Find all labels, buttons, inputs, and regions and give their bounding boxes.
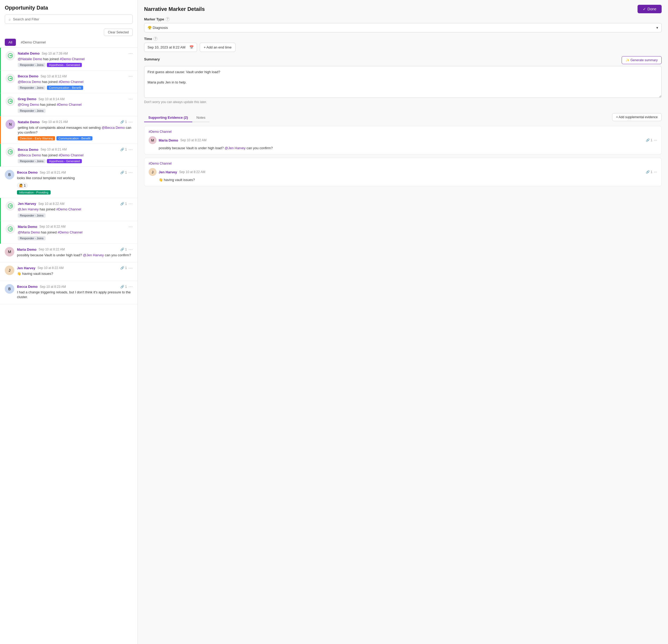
join-icon [7,76,13,81]
message-menu-button[interactable]: ⋯ [128,266,133,271]
search-bar[interactable]: ⌕ Search and Filter [5,15,133,24]
evidence-header: J Jen Harvey Sep 10 at 8:22 AM 🔗 1 ⋯ [149,168,657,176]
message-menu-button[interactable]: ⋯ [128,51,133,56]
list-item[interactable]: N Natalie Demo Sep 10 at 8:21 AM 🔗 1 ⋯ g… [0,116,137,144]
message-text: @Greg Demo has joined #Demo Channel [18,102,133,107]
list-item[interactable]: Becca Demo Sep 10 at 8:21 AM 🔗 1 ⋯ @Becc… [0,144,137,167]
generate-summary-button[interactable]: ✨ Generate summary [622,56,662,64]
message-header: Jen Harvey Sep 10 at 8:22 AM 🔗 1 ⋯ [18,201,133,206]
message-menu-button[interactable]: ⋯ [128,201,133,206]
tags-row: Responder - Joins Hypothesis - Generated [18,159,133,163]
user-name: Jen Harvey [18,202,36,206]
link-count: 🔗 1 [120,266,127,270]
page-title: Opportunity Data [5,5,133,11]
message-header: Maria Demo Sep 10 at 8:22 AM 🔗 1 ⋯ [17,247,133,252]
message-time: Sep 10 at 8:22 AM [39,248,65,251]
summary-label: Summary [144,57,160,61]
tags-row: Responder - Joins [18,236,133,240]
messages-list: Natalie Demo Sep 10 at 7:39 AM ⋯ @Natali… [0,48,137,644]
right-panel: Narrative Marker Details ✓ Done Marker T… [138,0,668,644]
help-icon[interactable]: ? [166,17,170,21]
user-name: Jen Harvey [159,170,177,174]
responder-icon [5,224,15,234]
evidence-time: Sep 10 at 8:22 AM [179,170,205,174]
evidence-card: #Demo Channel M Maria Demo Sep 10 at 8:2… [144,126,662,154]
responder-icon [5,51,15,60]
tab-supporting-evidence[interactable]: Supporting Evidence (2) [144,114,192,122]
list-item[interactable]: B Becca Demo Sep 10 at 8:23 AM 🔗 1 ⋯ I h… [0,281,137,304]
message-time: Sep 10 at 8:23 AM [40,285,66,289]
search-icon: ⌕ [9,17,11,21]
clear-selected-button[interactable]: Clear Selected [104,29,133,36]
evidence-menu-button[interactable]: ⋯ [654,170,657,174]
user-name: Natalie Demo [18,51,40,55]
tag: Responder - Joins [18,159,46,163]
done-label: Done [648,7,656,11]
summary-header: Summary ✨ Generate summary [144,56,662,64]
message-header: Becca Demo Sep 10 at 8:21 AM 🔗 1 ⋯ [17,170,133,175]
user-name: Becca Demo [17,285,37,289]
summary-textarea[interactable]: First guess about cause: Vault under hig… [144,66,662,98]
message-menu-button[interactable]: ⋯ [128,74,133,79]
panel-title: Narrative Marker Details [144,6,205,12]
done-button[interactable]: ✓ Done [638,5,662,13]
user-name: Becca Demo [18,148,39,152]
evidence-card: #Demo Channel J Jen Harvey Sep 10 at 8:2… [144,158,662,186]
message-content: Natalie Demo Sep 10 at 8:21 AM 🔗 1 ⋯ get… [18,120,133,140]
message-time: Sep 10 at 8:22 AM [40,225,66,228]
message-header: Natalie Demo Sep 10 at 8:21 AM 🔗 1 ⋯ [18,120,133,124]
avatar: B [5,170,14,179]
evidence-text: possibly because Vault is under high loa… [159,146,657,151]
evidence-menu-button[interactable]: ⋯ [654,138,657,142]
help-icon[interactable]: ? [153,36,157,41]
list-item[interactable]: Natalie Demo Sep 10 at 7:39 AM ⋯ @Natali… [0,48,137,71]
message-menu-button[interactable]: ⋯ [128,170,133,175]
message-text: looks like consul template not working [17,176,133,180]
list-item[interactable]: Maria Demo Sep 10 at 8:22 AM ⋯ @Maria De… [0,221,137,244]
evidence-tabs: Supporting Evidence (2) Notes [144,114,210,122]
tags-row: Responder - Joins [18,109,133,113]
add-end-time-button[interactable]: + Add an end time [200,43,236,52]
evidence-user: J Jen Harvey Sep 10 at 8:22 AM [149,168,205,176]
user-name: Jen Harvey [17,266,35,270]
avatar: N [5,120,15,129]
join-icon [7,203,13,209]
list-item[interactable]: B Becca Demo Sep 10 at 8:21 AM 🔗 1 ⋯ loo… [0,167,137,198]
message-text: 👋 having vault issues? [17,271,133,276]
message-text: @Jen Harvey has joined #Demo Channel [18,207,133,212]
message-menu-button[interactable]: ⋯ [128,224,133,229]
add-evidence-button[interactable]: + Add supplemental evidence [612,113,662,121]
responder-icon [5,147,15,156]
list-item[interactable]: Becca Demo Sep 10 at 8:12 AM ⋯ @Becca De… [0,71,137,93]
tab-all[interactable]: All [5,39,16,46]
user-name: Natalie Demo [18,120,40,124]
avatar: J [5,266,14,275]
user-name: Maria Demo [159,138,178,142]
tag: Hypothesis - Generated [47,63,82,67]
message-menu-button[interactable]: ⋯ [128,147,133,152]
message-menu-button[interactable]: ⋯ [128,284,133,289]
responder-icon [5,96,15,106]
list-item[interactable]: Greg Demo Sep 10 at 8:14 AM ⋯ @Greg Demo… [0,93,137,116]
message-menu-button[interactable]: ⋯ [128,120,133,124]
join-icon [7,98,13,104]
tab-notes[interactable]: Notes [192,114,210,122]
message-time: Sep 10 at 8:21 AM [41,148,67,151]
link-count: 🔗 1 [120,202,127,206]
tag: Responder - Joins [18,109,46,113]
time-input[interactable]: Sep 10, 2023 at 8:22 AM 📅 [144,43,197,52]
tab-demo-channel[interactable]: #Demo Channel [17,39,49,46]
list-item[interactable]: M Maria Demo Sep 10 at 8:22 AM 🔗 1 ⋯ pos… [0,244,137,263]
evidence-channel: #Demo Channel [149,130,657,134]
tag: Information - Providing [17,190,50,195]
link-count: 🔗 1 [120,148,127,151]
list-item[interactable]: J Jen Harvey Sep 10 at 8:22 AM 🔗 1 ⋯ 👋 h… [0,263,137,281]
emoji-reaction[interactable]: 🙋 1 [17,183,28,188]
tags-row: Responder - Joins Hypothesis - Generated [18,63,133,67]
message-menu-button[interactable]: ⋯ [128,247,133,252]
message-menu-button[interactable]: ⋯ [128,96,133,102]
left-panel-header: Opportunity Data ⌕ Search and Filter [0,0,137,27]
list-item[interactable]: Jen Harvey Sep 10 at 8:22 AM 🔗 1 ⋯ @Jen … [0,198,137,221]
tag: Responder - Joins [18,213,46,218]
marker-type-select[interactable]: 😤 Diagnosis ▾ [144,23,662,32]
